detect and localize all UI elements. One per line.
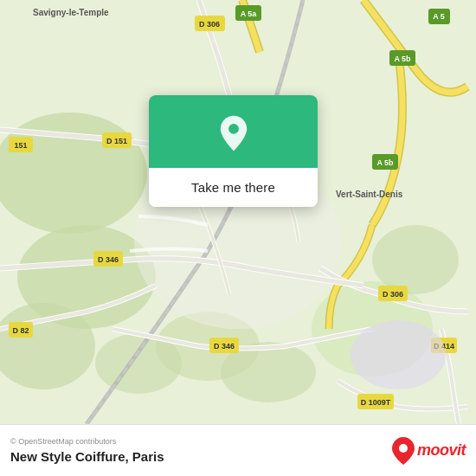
svg-text:A 5a: A 5a: [241, 10, 258, 18]
popup-card: Take me there: [149, 95, 318, 207]
moovit-text: moovit: [417, 441, 466, 460]
svg-text:151: 151: [14, 141, 27, 150]
take-me-there-button[interactable]: Take me there: [149, 168, 318, 207]
svg-point-39: [228, 124, 239, 134]
svg-point-38: [351, 320, 446, 389]
attribution-text: © OpenStreetMap contributors: [10, 437, 164, 446]
map-container: A 5a A 5 A 5b A 5b D 306 151 D 151 D 346…: [0, 0, 476, 424]
map-background: A 5a A 5 A 5b A 5b D 306 151 D 151 D 346…: [0, 0, 476, 424]
svg-text:D 346: D 346: [98, 255, 119, 264]
svg-point-4: [372, 225, 459, 294]
svg-text:A 5b: A 5b: [376, 158, 394, 167]
svg-point-40: [399, 444, 408, 453]
svg-text:A 5b: A 5b: [394, 55, 411, 63]
moovit-pin-icon: [391, 436, 415, 466]
svg-text:D 82: D 82: [12, 326, 29, 335]
svg-text:D 306: D 306: [199, 20, 220, 29]
svg-text:D 1009T: D 1009T: [361, 398, 391, 407]
popup-green-background: [149, 95, 318, 168]
bottom-bar: © OpenStreetMap contributors New Style C…: [0, 424, 476, 476]
bottom-left-info: © OpenStreetMap contributors New Style C…: [10, 437, 164, 464]
location-pin-icon: [215, 114, 253, 152]
svg-text:D 151: D 151: [106, 137, 127, 145]
svg-text:Savigny-le-Temple: Savigny-le-Temple: [33, 8, 109, 17]
svg-text:A 5: A 5: [433, 12, 445, 21]
svg-text:D 306: D 306: [383, 290, 403, 299]
place-name: New Style Coiffure, Paris: [10, 449, 164, 464]
svg-text:D 346: D 346: [214, 342, 235, 351]
moovit-logo: moovit: [391, 436, 466, 466]
svg-text:Vert-Saint-Denis: Vert-Saint-Denis: [336, 190, 403, 199]
